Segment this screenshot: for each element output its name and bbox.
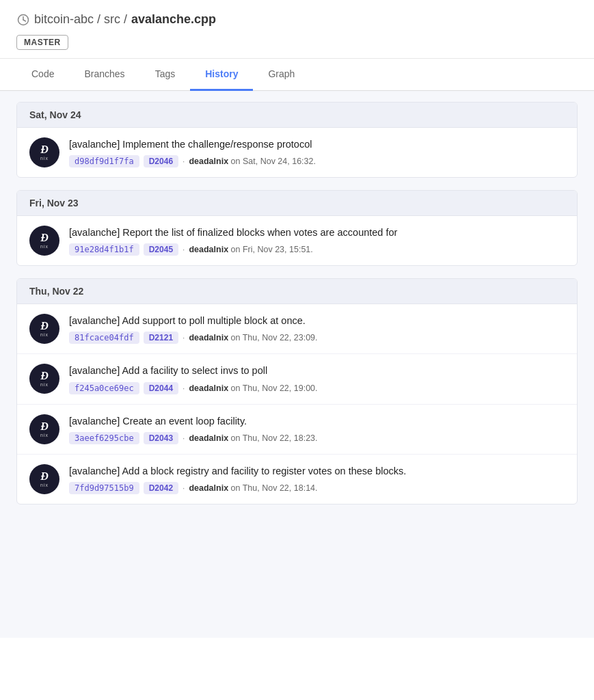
- commit-meta: 3aeef6295cbeD2043·deadalnix on Thu, Nov …: [69, 432, 565, 444]
- commit-item: Ð nix [avalanche] Implement the challeng…: [17, 128, 577, 177]
- tab-code[interactable]: Code: [16, 59, 69, 91]
- commit-message[interactable]: [avalanche] Add a block registry and fac…: [69, 464, 565, 478]
- tab-graph[interactable]: Graph: [253, 59, 310, 91]
- date-group-0: Sat, Nov 24 Ð nix [avalanche] Implement …: [16, 102, 578, 178]
- avatar: Ð nix: [29, 314, 59, 344]
- commit-item: Ð nix [avalanche] Create an event loop f…: [17, 405, 577, 455]
- svg-line-2: [23, 20, 26, 21]
- commit-author: deadalnix on Fri, Nov 23, 15:51.: [189, 245, 312, 254]
- commit-item: Ð nix [avalanche] Report the list of fin…: [17, 216, 577, 265]
- commit-meta: d98df9d1f7faD2046·deadalnix on Sat, Nov …: [69, 155, 565, 167]
- commit-message[interactable]: [avalanche] Add a facility to select inv…: [69, 364, 565, 377]
- commit-diff[interactable]: D2042: [144, 482, 178, 494]
- commit-meta: 7fd9d97515b9D2042·deadalnix on Thu, Nov …: [69, 482, 565, 494]
- commit-message[interactable]: [avalanche] Add support to poll multiple…: [69, 314, 565, 327]
- avatar: Ð nix: [29, 226, 59, 256]
- commit-message[interactable]: [avalanche] Implement the challenge/resp…: [69, 137, 565, 151]
- commit-diff[interactable]: D2046: [144, 155, 178, 167]
- commit-meta: 91e28d4f1b1fD2045·deadalnix on Fri, Nov …: [69, 243, 565, 256]
- breadcrumb-path: bitcoin-abc / src /: [34, 12, 127, 27]
- date-group-2: Thu, Nov 22 Ð nix [avalanche] Add suppor…: [16, 278, 578, 504]
- avatar: Ð nix: [29, 464, 59, 494]
- commit-meta: 81fcace04fdfD2121·deadalnix on Thu, Nov …: [69, 332, 565, 344]
- commit-diff[interactable]: D2044: [144, 382, 178, 394]
- commit-author: deadalnix on Sat, Nov 24, 16:32.: [189, 157, 316, 166]
- dot-separator: ·: [183, 483, 185, 493]
- clock-icon: [16, 13, 30, 27]
- commit-message[interactable]: [avalanche] Create an event loop facilit…: [69, 414, 565, 428]
- commit-author: deadalnix on Thu, Nov 22, 18:23.: [189, 433, 317, 443]
- dot-separator: ·: [183, 245, 185, 254]
- date-header-1: Fri, Nov 23: [17, 191, 577, 216]
- commit-hash[interactable]: f245a0ce69ec: [69, 382, 139, 394]
- breadcrumb: bitcoin-abc / src / avalanche.cpp: [16, 12, 578, 27]
- commit-message[interactable]: [avalanche] Report the list of finalized…: [69, 226, 565, 239]
- commit-hash[interactable]: 81fcace04fdf: [69, 332, 139, 344]
- dot-separator: ·: [183, 433, 185, 443]
- commit-author: deadalnix on Thu, Nov 22, 19:00.: [189, 383, 317, 393]
- dot-separator: ·: [183, 157, 185, 166]
- commit-diff[interactable]: D2045: [144, 243, 178, 256]
- main-content: Sat, Nov 24 Ð nix [avalanche] Implement …: [0, 91, 594, 638]
- date-group-1: Fri, Nov 23 Ð nix [avalanche] Report the…: [16, 190, 578, 266]
- commit-details: [avalanche] Add a block registry and fac…: [69, 464, 565, 494]
- commit-hash[interactable]: 7fd9d97515b9: [69, 482, 139, 494]
- commit-meta: f245a0ce69ecD2044·deadalnix on Thu, Nov …: [69, 382, 565, 394]
- commit-author: deadalnix on Thu, Nov 22, 18:14.: [189, 483, 317, 493]
- dot-separator: ·: [183, 333, 185, 342]
- branch-badge[interactable]: MASTER: [16, 35, 68, 50]
- commit-item: Ð nix [avalanche] Add a block registry a…: [17, 455, 577, 504]
- tab-branches[interactable]: Branches: [69, 59, 139, 91]
- commit-item: Ð nix [avalanche] Add support to poll mu…: [17, 304, 577, 354]
- commit-details: [avalanche] Add support to poll multiple…: [69, 314, 565, 344]
- commit-hash[interactable]: 3aeef6295cbe: [69, 432, 139, 444]
- tab-tags[interactable]: Tags: [140, 59, 191, 91]
- commit-diff[interactable]: D2043: [144, 432, 178, 444]
- commit-details: [avalanche] Implement the challenge/resp…: [69, 137, 565, 167]
- tab-history[interactable]: History: [190, 59, 253, 91]
- commit-details: [avalanche] Report the list of finalized…: [69, 226, 565, 256]
- commit-item: Ð nix [avalanche] Add a facility to sele…: [17, 354, 577, 404]
- commit-details: [avalanche] Add a facility to select inv…: [69, 364, 565, 394]
- breadcrumb-filename: avalanche.cpp: [131, 12, 216, 27]
- commit-hash[interactable]: d98df9d1f7fa: [69, 155, 139, 167]
- commit-author: deadalnix on Thu, Nov 22, 23:09.: [189, 333, 317, 342]
- avatar: Ð nix: [29, 414, 59, 444]
- page-header: bitcoin-abc / src / avalanche.cpp MASTER: [0, 0, 594, 59]
- avatar: Ð nix: [29, 137, 59, 167]
- commit-hash[interactable]: 91e28d4f1b1f: [69, 243, 139, 256]
- commit-diff[interactable]: D2121: [144, 332, 178, 344]
- dot-separator: ·: [183, 383, 185, 393]
- commit-details: [avalanche] Create an event loop facilit…: [69, 414, 565, 444]
- tab-bar: CodeBranchesTagsHistoryGraph: [0, 59, 594, 91]
- date-header-0: Sat, Nov 24: [17, 103, 577, 128]
- avatar: Ð nix: [29, 364, 59, 394]
- date-header-2: Thu, Nov 22: [17, 279, 577, 304]
